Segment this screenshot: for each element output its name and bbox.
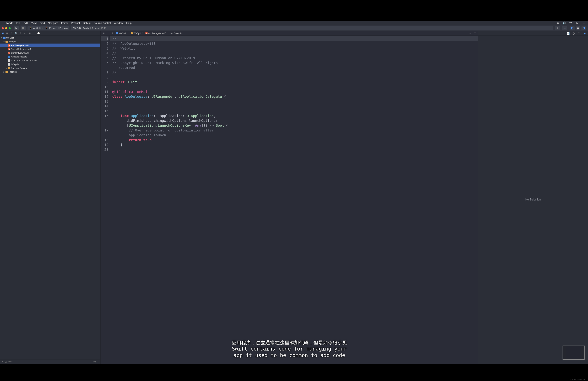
tree-file[interactable]: ContentView.swift: [0, 51, 100, 55]
chevron-right-icon: 〉: [127, 32, 130, 35]
code-line[interactable]: // Override point for customization afte…: [112, 128, 476, 133]
spotlight-icon[interactable]: [576, 21, 579, 25]
recent-filter-button[interactable]: ◷: [93, 360, 96, 363]
toggle-navigator-button[interactable]: ◧: [570, 26, 575, 30]
code-line[interactable]: // AppDelegate.swift: [112, 41, 476, 46]
tree-file[interactable]: LaunchScreen.storyboard: [0, 59, 100, 63]
menu-debug[interactable]: Debug: [83, 22, 91, 24]
attributes-inspector-tab[interactable]: ◈: [583, 32, 586, 35]
picture-in-picture-thumb[interactable]: [563, 346, 585, 360]
subtitle-english: Swift contains code for managing yourapp…: [232, 346, 347, 359]
source-control-navigator-tab[interactable]: ◳: [6, 32, 9, 35]
code-line[interactable]: func application(_ application: UIApplic…: [112, 113, 476, 118]
report-navigator-tab[interactable]: 💬: [37, 32, 40, 35]
menu-product[interactable]: Product: [71, 22, 80, 24]
code-line[interactable]: [112, 147, 476, 152]
run-button[interactable]: [14, 26, 19, 30]
test-navigator-tab[interactable]: ◇: [24, 32, 26, 35]
code-line[interactable]: [112, 99, 476, 104]
toggle-inspector-button[interactable]: ◨: [582, 26, 586, 30]
control-center-icon[interactable]: ☰: [582, 21, 586, 25]
code-line[interactable]: //: [110, 36, 478, 41]
menu-file[interactable]: File: [16, 22, 21, 24]
jump-crumb[interactable]: WeSplit: [131, 32, 141, 35]
adjust-editor-button[interactable]: ◫: [473, 31, 477, 35]
code-line[interactable]: //: [112, 70, 476, 75]
jump-crumb[interactable]: WeSplit: [116, 32, 126, 35]
disclosure-triangle-icon[interactable]: ▾: [3, 41, 5, 43]
disclosure-triangle-icon[interactable]: ▾: [1, 37, 2, 39]
code-line[interactable]: // Copyright © 2019 Hacking with Swift. …: [112, 60, 476, 65]
code-line[interactable]: return true: [112, 137, 476, 142]
menu-help[interactable]: Help: [126, 22, 131, 24]
tree-group-preview-content[interactable]: ▸ Preview Content: [0, 66, 100, 70]
symbol-navigator-tab[interactable]: ♢: [10, 32, 13, 35]
status-title: WeSplit:: [73, 27, 82, 29]
menu-view[interactable]: View: [31, 22, 37, 24]
code-line[interactable]: // Created by Paul Hudson on 07/10/2019.: [112, 56, 476, 60]
menu-editor[interactable]: Editor: [61, 22, 68, 24]
code-line[interactable]: [UIApplication.LaunchOptionsKey: Any]?) …: [112, 123, 476, 128]
code-line[interactable]: //: [112, 51, 476, 56]
code-line[interactable]: [112, 104, 476, 109]
tree-label: SceneDelegate.swift: [11, 48, 31, 50]
history-inspector-tab[interactable]: ◔: [572, 32, 575, 35]
filter-input[interactable]: [8, 360, 92, 363]
debug-navigator-tab[interactable]: ▦: [28, 32, 31, 35]
forward-button[interactable]: 〉: [111, 31, 115, 35]
related-items-button[interactable]: ▦: [102, 31, 105, 35]
tree-file[interactable]: SceneDelegate.swift: [0, 47, 100, 51]
scheme-selector[interactable]: 📱 WeSplit 〉 📱 iPhone 11 Pro Max: [27, 26, 69, 30]
tree-group-products[interactable]: ▸ Products: [0, 70, 100, 74]
code-line[interactable]: application launch.: [112, 133, 476, 137]
code-line[interactable]: // WeSplit: [112, 46, 476, 51]
add-button[interactable]: ＋: [1, 360, 4, 363]
close-button[interactable]: [2, 27, 4, 29]
code-review-button[interactable]: ⇄: [562, 26, 567, 30]
code-line[interactable]: reserved.: [112, 65, 476, 70]
code-line[interactable]: @UIApplicationMain: [112, 89, 476, 94]
minimap-button[interactable]: ≣: [468, 31, 472, 35]
menu-find[interactable]: Find: [40, 22, 45, 24]
find-navigator-tab[interactable]: 🔍: [15, 32, 18, 35]
source-editor[interactable]: 1234567891011121314151617181920 //// App…: [101, 36, 478, 364]
scm-filter-button[interactable]: ▢: [97, 360, 99, 363]
library-button[interactable]: ＋: [555, 26, 560, 30]
menu-navigate[interactable]: Navigate: [48, 22, 58, 24]
toggle-debug-area-button[interactable]: ⬓: [576, 26, 580, 30]
disclosure-triangle-icon[interactable]: ▸: [5, 67, 7, 69]
breakpoint-navigator-tab[interactable]: ▭: [33, 32, 35, 35]
tree-project-root[interactable]: ▾ WeSplit: [0, 36, 100, 40]
stop-button[interactable]: [21, 26, 26, 30]
code-line[interactable]: import UIKit: [112, 80, 476, 85]
zoom-button[interactable]: [9, 27, 11, 29]
tree-file[interactable]: Assets.xcassets: [0, 55, 100, 59]
code-line[interactable]: class AppDelegate: UIResponder, UIApplic…: [112, 94, 476, 99]
tree-file[interactable]: Info.plist: [0, 63, 100, 66]
code-line[interactable]: [112, 75, 476, 80]
tree-file[interactable]: AppDelegate.swift: [0, 44, 100, 47]
wifi-icon[interactable]: [569, 21, 572, 25]
screen-mirror-icon[interactable]: ⧉: [556, 21, 559, 25]
volume-icon[interactable]: 🔊: [563, 21, 566, 25]
code-line[interactable]: [112, 85, 476, 89]
app-menu[interactable]: Xcode: [5, 22, 13, 24]
status-state: Ready: [83, 27, 89, 29]
tree-group[interactable]: ▾ WeSplit: [0, 40, 100, 44]
menu-source-control[interactable]: Source Control: [94, 22, 111, 24]
code-line[interactable]: [112, 109, 476, 113]
back-button[interactable]: 〈: [106, 31, 110, 35]
help-inspector-tab[interactable]: ?: [578, 32, 581, 35]
disclosure-triangle-icon[interactable]: ▸: [3, 71, 5, 73]
code-line[interactable]: }: [112, 142, 476, 147]
project-navigator-tab[interactable]: ▣: [1, 32, 4, 35]
jump-crumb[interactable]: No Selection: [170, 32, 183, 35]
minimize-button[interactable]: [5, 27, 7, 29]
code-text[interactable]: //// AppDelegate.swift// WeSplit//// Cre…: [110, 36, 478, 364]
issue-navigator-tab[interactable]: ⚠: [19, 32, 22, 35]
file-inspector-tab[interactable]: 📄: [567, 32, 570, 35]
jump-crumb[interactable]: AppDelegate.swift: [146, 32, 166, 35]
code-line[interactable]: didFinishLaunchingWithOptions launchOpti…: [112, 118, 476, 123]
menu-window[interactable]: Window: [114, 22, 123, 24]
menu-edit[interactable]: Edit: [23, 22, 28, 24]
